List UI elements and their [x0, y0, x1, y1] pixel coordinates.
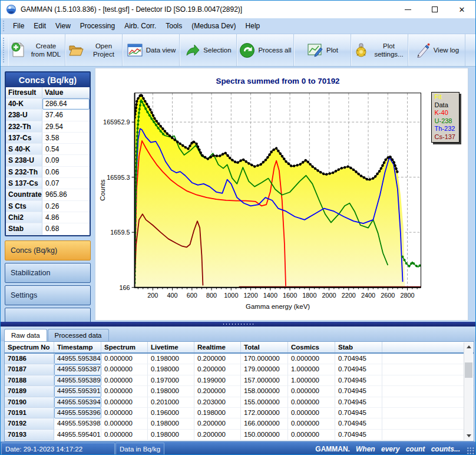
- create-from-mdl-button[interactable]: Create from MDL: [8, 34, 65, 66]
- row-header-cell: 70190: [5, 397, 54, 408]
- tab-raw-data[interactable]: Raw data: [4, 329, 47, 341]
- table-row[interactable]: 7018944955.5953910.0000000.1980000.20000…: [5, 386, 474, 397]
- plot-settings-button[interactable]: Plot settings...: [351, 34, 408, 66]
- menu-airb-corr[interactable]: Airb. Corr.: [120, 19, 161, 32]
- column-header-realtime[interactable]: Realtime: [194, 342, 241, 352]
- sidebar-item-stabilization[interactable]: Stabilization: [5, 263, 91, 283]
- close-icon: ✕: [459, 6, 465, 14]
- row-header-cell: 70192: [5, 418, 54, 429]
- sidebar-item-settings[interactable]: Settings: [5, 285, 91, 305]
- menu-file[interactable]: File: [8, 19, 29, 32]
- menu-medusa-dev[interactable]: (Medusa Dev): [187, 19, 240, 32]
- chart-title: Spectra summed from 0 to 70192: [216, 77, 339, 85]
- data-cell: 0.000000: [288, 386, 335, 397]
- fitresult-label: S 137-Cs: [6, 178, 42, 189]
- legend-entry-cs-137: Cs-137: [435, 133, 455, 141]
- raw-data-table-header: Spectrum NoTimestampSpectrumLivetimeReal…: [5, 342, 474, 354]
- data-view-button[interactable]: Data view: [123, 34, 180, 66]
- vertical-scrollbar[interactable]: [464, 342, 473, 440]
- fitresult-value[interactable]: 0.68: [42, 223, 90, 235]
- column-header-stab[interactable]: Stab: [335, 342, 382, 352]
- maximize-button[interactable]: [421, 1, 448, 18]
- tab-processed-data[interactable]: Processed data: [48, 329, 109, 341]
- selection-button[interactable]: Selection: [180, 34, 237, 66]
- fitresult-value[interactable]: 286.64: [42, 98, 90, 110]
- table-row[interactable]: 7018844955.5953890.0000000.1970000.19900…: [5, 375, 474, 386]
- maximize-icon: [432, 6, 438, 12]
- table-row[interactable]: 7019044955.5953940.0000000.2010000.20300…: [5, 397, 474, 408]
- scrollbar-thumb[interactable]: [465, 362, 472, 378]
- table-row[interactable]: 7019344955.5954010.0000000.1980000.20000…: [5, 430, 474, 440]
- data-cell: 44955.595391: [54, 386, 101, 397]
- filler-cell: [382, 354, 474, 364]
- column-header-livetime[interactable]: Livetime: [148, 342, 194, 352]
- table-row[interactable]: 7019144955.5953960.0000000.1960000.19800…: [5, 408, 474, 418]
- concs-row-s-137-cs: S 137-Cs0.07: [6, 178, 90, 189]
- table-row[interactable]: 7018744955.5953870.0000000.1980000.20000…: [5, 364, 474, 375]
- fitresult-value[interactable]: 0.09: [42, 155, 90, 166]
- fitresult-value[interactable]: 3.58: [42, 133, 90, 144]
- menu-view[interactable]: View: [51, 19, 75, 32]
- fitresult-label: S 40-K: [6, 144, 42, 155]
- column-header-spectrum[interactable]: Spectrum: [101, 342, 148, 352]
- fitresult-label: 232-Th: [6, 121, 42, 133]
- process-all-button[interactable]: Process all: [237, 34, 294, 66]
- fitresult-value[interactable]: 965.86: [42, 189, 90, 200]
- data-cell: 0.200000: [194, 386, 241, 397]
- data-cell: 0.000000: [101, 375, 148, 386]
- table-row[interactable]: 7019244955.5953980.0000000.1980000.20000…: [5, 418, 474, 429]
- close-button[interactable]: ✕: [448, 1, 475, 18]
- column-header-total[interactable]: Total: [241, 342, 288, 352]
- svg-text:2200: 2200: [342, 292, 356, 299]
- fitresult-value[interactable]: 37.46: [42, 110, 90, 121]
- data-cell: 44955.595389: [54, 375, 101, 386]
- splitter-grip: [222, 323, 254, 325]
- concs-row-238-u: 238-U37.46: [6, 110, 90, 121]
- plot-button[interactable]: Plot: [294, 34, 351, 66]
- concs-row-40-k: 40-K286.64: [6, 98, 90, 110]
- data-cell: 0.198000: [148, 386, 194, 397]
- menubar: FileEditViewProcessingAirb. Corr.Tools(M…: [1, 18, 475, 34]
- column-header-cosmics[interactable]: Cosmics: [288, 342, 335, 352]
- table-row[interactable]: 7018644955.5953840.0000000.1980000.20000…: [5, 354, 474, 364]
- view-log-button[interactable]: View log: [408, 34, 465, 66]
- raw-data-table: Spectrum NoTimestampSpectrumLivetimeReal…: [4, 341, 474, 441]
- fitresult-value[interactable]: 4.86: [42, 212, 90, 223]
- scroll-up-button[interactable]: [464, 342, 473, 351]
- toolbar-grip[interactable]: [2, 37, 5, 63]
- filler-cell: [382, 408, 474, 418]
- fitresult-value[interactable]: 0.26: [42, 201, 90, 212]
- fitresult-value[interactable]: 0.54: [42, 144, 90, 155]
- concs-panel-title: Concs (Bq/kg): [6, 72, 90, 87]
- resize-grip-icon[interactable]: [467, 447, 474, 454]
- data-cell: 1.000000: [288, 364, 335, 375]
- spectra-chart[interactable]: Spectra summed from 0 to 701922004006008…: [95, 68, 468, 319]
- menu-tools[interactable]: Tools: [161, 19, 187, 32]
- fitresult-value[interactable]: 0.06: [42, 167, 90, 178]
- fitresult-value[interactable]: 0.07: [42, 178, 90, 189]
- column-header-spectrum-no[interactable]: Spectrum No: [5, 342, 54, 352]
- svg-text:165952.9: 165952.9: [103, 118, 130, 126]
- arrow-down-icon: [467, 434, 471, 437]
- horizontal-splitter[interactable]: [1, 322, 475, 327]
- data-cell: 44955.595401: [54, 430, 101, 440]
- sidebar-item-concs-bq-kg[interactable]: Concs (Bq/kg): [5, 240, 91, 261]
- statusbar: Date: 29-1-2023 14:17:22 Data in Bq/kg G…: [1, 441, 475, 455]
- chart-panel: Spectra summed from 0 to 701922004006008…: [95, 68, 468, 321]
- fitresult-value[interactable]: 29.54: [42, 121, 90, 133]
- scroll-down-button[interactable]: [464, 431, 473, 440]
- minimize-button[interactable]: [394, 1, 421, 18]
- open-project-icon: [68, 42, 84, 58]
- menu-help[interactable]: Help: [241, 19, 265, 32]
- data-cell: 0.000000: [288, 354, 335, 364]
- column-header-timestamp[interactable]: Timestamp: [54, 342, 101, 352]
- data-cell: 0.704945: [335, 354, 382, 364]
- menu-processing[interactable]: Processing: [75, 19, 120, 32]
- data-cell: 0.200000: [194, 418, 241, 429]
- open-project-button[interactable]: Open Project: [65, 34, 123, 66]
- filler-cell: [382, 397, 474, 408]
- menu-edit[interactable]: Edit: [29, 19, 51, 32]
- menubar-grip[interactable]: [2, 20, 5, 32]
- column-header-fitresult: Fitresult: [6, 87, 42, 98]
- data-cell: 150.000000: [241, 430, 288, 440]
